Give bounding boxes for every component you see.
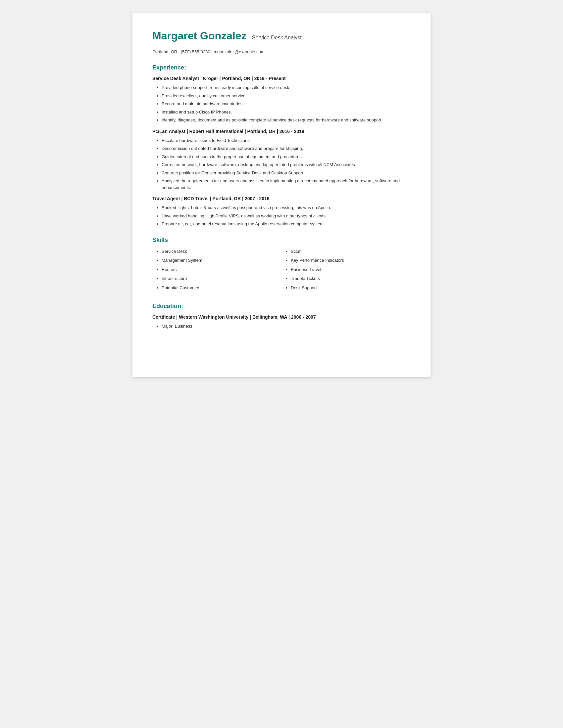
skills-right-column: Sccm Key Performance Indicators Business… — [282, 248, 411, 294]
candidate-name: Margaret Gonzalez — [152, 30, 247, 42]
skills-section-title: Skills — [152, 237, 411, 244]
list-item: Routers — [162, 266, 282, 273]
resume-document: Margaret Gonzalez Service Desk Analyst P… — [132, 13, 431, 377]
list-item: Key Performance Indicators — [291, 257, 411, 264]
list-item: Corrected network, hardware, software, d… — [162, 161, 411, 168]
experience-section-title: Experience: — [152, 64, 411, 71]
list-item: Desk Support — [291, 285, 411, 291]
list-item: Infrastructure — [162, 275, 282, 282]
list-item: Have worked handling High Profile VIPS, … — [162, 213, 411, 219]
list-item: Installed and setup Cisco IP Phones. — [162, 109, 411, 115]
list-item: Sccm — [291, 248, 411, 255]
name-title-row: Margaret Gonzalez Service Desk Analyst — [152, 30, 411, 42]
job-header-2: Pc/Lan Analyst | Robert Half Internation… — [152, 129, 411, 134]
contact-info: Portland, OR | (570) 555-0230 | mgonzale… — [152, 49, 411, 54]
experience-section: Experience: Service Desk Analyst | Kroge… — [152, 64, 411, 227]
job-bullets-3: Booked flights, hotels & cars as well as… — [152, 205, 411, 227]
list-item: Escalate hardware issues to Field Techni… — [162, 137, 411, 144]
list-item: Business Travel — [291, 266, 411, 273]
candidate-title: Service Desk Analyst — [252, 35, 302, 41]
job-bullets-1: Provided phone support from steady incom… — [152, 84, 411, 123]
skills-grid: Service Desk Management System Routers I… — [152, 248, 411, 294]
education-bullets-1: Major: Business — [152, 323, 411, 330]
list-item: Potential Customers — [162, 285, 282, 291]
list-item: Service Desk — [162, 248, 282, 255]
list-item: Analyzed the requirements for end users … — [162, 178, 411, 191]
list-item: Management System — [162, 257, 282, 264]
header-divider — [152, 45, 411, 45]
education-header-1: Certificate | Western Washington Univers… — [152, 314, 411, 320]
list-item: Contract position for Gensler providing … — [162, 170, 411, 176]
job-header-3: Travel Agent | BCD Travel | Portland, OR… — [152, 196, 411, 201]
list-item: Prepare air, car, and hotel reservations… — [162, 221, 411, 227]
list-item: Trouble Tickets — [291, 275, 411, 282]
skills-left-column: Service Desk Management System Routers I… — [152, 248, 282, 294]
list-item: Decommission out dated hardware and soft… — [162, 145, 411, 152]
education-section-title: Education: — [152, 303, 411, 310]
job-bullets-2: Escalate hardware issues to Field Techni… — [152, 137, 411, 191]
list-item: Record and maintain hardware inventories… — [162, 101, 411, 107]
list-item: Major: Business — [162, 323, 411, 330]
education-section: Education: Certificate | Western Washing… — [152, 303, 411, 330]
list-item: Identify, diagnose, document and as poss… — [162, 117, 411, 123]
list-item: Provided excellent, quality customer ser… — [162, 93, 411, 99]
job-header-1: Service Desk Analyst | Kroger | Portland… — [152, 76, 411, 81]
header-section: Margaret Gonzalez Service Desk Analyst P… — [152, 30, 411, 54]
skills-section: Skills Service Desk Management System Ro… — [152, 237, 411, 294]
list-item: Guided internal end users in the proper … — [162, 154, 411, 160]
list-item: Provided phone support from steady incom… — [162, 84, 411, 91]
list-item: Booked flights, hotels & cars as well as… — [162, 205, 411, 211]
